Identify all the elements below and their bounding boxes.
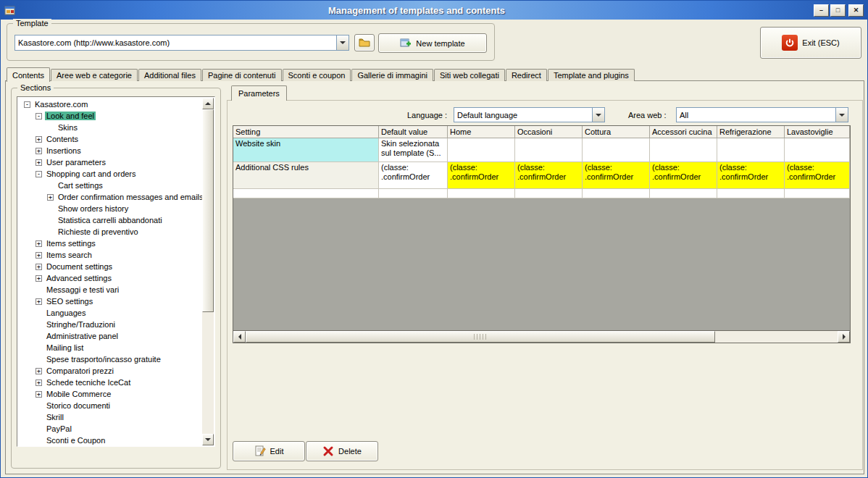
- tree-item-contents[interactable]: +Contents: [18, 133, 202, 145]
- column-header-setting[interactable]: Setting: [233, 126, 379, 138]
- expand-icon[interactable]: +: [36, 391, 42, 398]
- column-header-home[interactable]: Home: [448, 126, 515, 138]
- cell-empty[interactable]: [717, 189, 785, 198]
- scroll-left-button[interactable]: [233, 331, 246, 343]
- grid-horizontal-scrollbar[interactable]: [233, 330, 850, 343]
- scroll-down-button[interactable]: [202, 434, 214, 445]
- cell-cottura[interactable]: (classe: .confirmOrder: [583, 162, 650, 189]
- column-header-refrigerazione[interactable]: Refrigerazione: [717, 126, 785, 138]
- cell-refrigerazione[interactable]: (classe: .confirmOrder: [717, 162, 785, 189]
- column-header-lavastoviglie[interactable]: Lavastoviglie: [785, 126, 850, 138]
- grid-row-additional-css-rules[interactable]: Additional CSS rules (classe: .confirmOr…: [233, 162, 850, 189]
- tree-item-spese-trasporto[interactable]: Spese trasporto/incasso gratuite: [18, 353, 202, 365]
- tree-item-kasastore[interactable]: -Kasastore.com: [18, 98, 202, 110]
- column-header-accessori-cucina[interactable]: Accessori cucina: [650, 126, 717, 138]
- tree-item-messaggi-e-testi-vari[interactable]: Messaggi e testi vari: [18, 284, 202, 295]
- scrollbar-thumb[interactable]: [246, 331, 715, 343]
- expand-icon[interactable]: +: [36, 264, 42, 270]
- new-template-button[interactable]: New template: [378, 33, 487, 53]
- tree-item-languages[interactable]: Languages: [18, 307, 202, 319]
- cell-empty[interactable]: [583, 189, 650, 198]
- maximize-button[interactable]: □: [830, 4, 846, 17]
- tree-item-skrill[interactable]: Skrill: [18, 411, 202, 423]
- cell-refrigerazione[interactable]: [717, 138, 785, 162]
- tree-item-mobile-commerce[interactable]: +Mobile Commerce: [18, 388, 202, 400]
- column-header-cottura[interactable]: Cottura: [583, 126, 650, 138]
- tree-item-look-and-feel[interactable]: -Look and feel: [18, 110, 202, 122]
- expand-icon[interactable]: +: [36, 148, 42, 154]
- scroll-right-button[interactable]: [838, 331, 850, 343]
- titlebar[interactable]: Management of templates and contents – □…: [1, 1, 867, 20]
- tree-item-statistica-carrelli[interactable]: Statistica carrelli abbandonati: [18, 214, 202, 226]
- collapse-icon[interactable]: -: [24, 101, 30, 108]
- template-combobox[interactable]: Kasastore.com (http://www.kasastore.com): [14, 35, 349, 51]
- expand-icon[interactable]: +: [36, 380, 42, 386]
- cell-empty[interactable]: [448, 189, 515, 198]
- tree-item-mailing-list[interactable]: Mailing list: [18, 342, 202, 353]
- tab-siti-web-collegati[interactable]: Siti web collegati: [434, 69, 505, 81]
- cell-home[interactable]: [448, 138, 515, 162]
- tree-item-insertions[interactable]: +Insertions: [18, 145, 202, 156]
- tree-item-shopping-cart-and-orders[interactable]: -Shopping cart and orders: [18, 168, 202, 180]
- expand-icon[interactable]: +: [36, 136, 42, 143]
- expand-icon[interactable]: +: [36, 159, 42, 166]
- cell-lavastoviglie[interactable]: [785, 138, 850, 162]
- expand-icon[interactable]: +: [36, 275, 42, 282]
- edit-button[interactable]: Edit: [233, 441, 305, 461]
- tree-item-richieste-di-preventivo[interactable]: Richieste di preventivo: [18, 226, 202, 238]
- cell-empty[interactable]: [515, 189, 583, 198]
- tree-item-items-settings[interactable]: +Items settings: [18, 238, 202, 249]
- area-web-combobox[interactable]: All: [676, 107, 848, 122]
- tab-sconti-e-coupon[interactable]: Sconti e coupon: [283, 69, 351, 81]
- column-header-occasioni[interactable]: Occasioni: [515, 126, 583, 138]
- scrollbar-thumb[interactable]: [202, 109, 214, 312]
- cell-accessori-cucina[interactable]: [650, 138, 717, 162]
- cell-setting[interactable]: Website skin: [233, 138, 379, 162]
- cell-empty[interactable]: [650, 189, 717, 198]
- tree-item-advanced-settings[interactable]: +Advanced settings: [18, 272, 202, 284]
- tab-contents[interactable]: Contents: [7, 67, 50, 82]
- tree-item-document-settings[interactable]: +Document settings: [18, 261, 202, 272]
- tree-item-comparatori-prezzi[interactable]: +Comparatori prezzi: [18, 365, 202, 377]
- area-web-combobox-dropdown[interactable]: [835, 108, 848, 122]
- tree-item-schede-tecniche-icecat[interactable]: +Schede tecniche IceCat: [18, 377, 202, 388]
- tab-aree-web-e-categorie[interactable]: Aree web e categorie: [51, 69, 138, 81]
- collapse-icon[interactable]: -: [36, 171, 42, 177]
- column-header-default-value[interactable]: Default value: [379, 126, 448, 138]
- tree-item-sconti-e-coupon[interactable]: Sconti e Coupon: [18, 435, 202, 445]
- delete-button[interactable]: Delete: [306, 441, 378, 461]
- exit-button[interactable]: Exit (ESC): [760, 27, 861, 59]
- open-folder-button[interactable]: [354, 34, 375, 51]
- cell-occasioni[interactable]: (classe: .confirmOrder: [515, 162, 583, 189]
- collapse-icon[interactable]: -: [36, 113, 42, 120]
- tab-gallerie-di-immagini[interactable]: Gallerie di immagini: [351, 69, 433, 81]
- grid-row-empty[interactable]: [233, 189, 850, 198]
- tree-item-paypal[interactable]: PayPal: [18, 423, 202, 435]
- scroll-up-button[interactable]: [202, 98, 214, 109]
- tab-pagine-di-contenuti[interactable]: Pagine di contenuti: [202, 69, 282, 81]
- cell-empty[interactable]: [785, 189, 850, 198]
- tree-item-cart-settings[interactable]: Cart settings: [18, 180, 202, 191]
- cell-setting[interactable]: Additional CSS rules: [233, 162, 379, 189]
- tree-vertical-scrollbar[interactable]: [202, 98, 214, 445]
- tab-parameters[interactable]: Parameters: [231, 85, 287, 101]
- expand-icon[interactable]: +: [36, 298, 42, 305]
- cell-default-value[interactable]: Skin selezionata sul template (S...: [379, 138, 448, 162]
- tree-item-administrative-panel[interactable]: Administrative panel: [18, 330, 202, 342]
- tree-item-seo-settings[interactable]: +SEO settings: [18, 295, 202, 307]
- language-combobox[interactable]: Default language: [454, 107, 605, 122]
- cell-empty[interactable]: [233, 189, 379, 198]
- cell-lavastoviglie[interactable]: (classe: .confirmOrder: [785, 162, 850, 189]
- tree-item-items-search[interactable]: +Items search: [18, 249, 202, 261]
- expand-icon[interactable]: +: [36, 368, 42, 374]
- expand-icon[interactable]: +: [36, 240, 42, 247]
- minimize-button[interactable]: –: [814, 4, 829, 17]
- cell-cottura[interactable]: [583, 138, 650, 162]
- cell-accessori-cucina[interactable]: (classe: .confirmOrder: [650, 162, 717, 189]
- tree-item-storico-documenti[interactable]: Storico documenti: [18, 400, 202, 411]
- tree-item-show-orders-history[interactable]: Show orders history: [18, 203, 202, 214]
- tab-template-and-plugins[interactable]: Template and plugins: [548, 69, 635, 81]
- language-combobox-dropdown[interactable]: [592, 108, 604, 122]
- expand-icon[interactable]: +: [47, 194, 54, 201]
- expand-icon[interactable]: +: [36, 252, 42, 259]
